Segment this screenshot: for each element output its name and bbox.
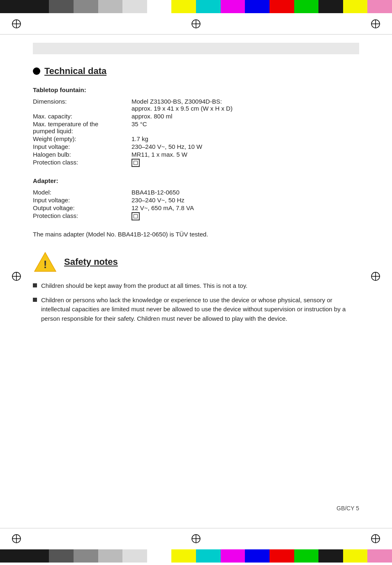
- reg-area-bottom: [0, 528, 392, 549]
- input-voltage-value: 230–240 V~, 50 Hz, 10 W: [131, 143, 359, 151]
- reg-mark-top-right: [371, 19, 380, 29]
- reg-mark-bottom-right: [371, 534, 380, 544]
- list-item: Children should be kept away from the pr…: [33, 281, 359, 291]
- safety-item-2-text: Children or persons who lack the knowled…: [41, 296, 359, 324]
- adapter-model-label: Model:: [33, 188, 131, 196]
- dimensions-label: Dimensions:: [33, 97, 131, 112]
- table-row: Model: BBA41B-12-0650: [33, 188, 359, 196]
- max-temp-label: Max. temperature of thepumped liquid:: [33, 120, 131, 135]
- tuv-text: The mains adapter (Model No. BBA41B-12-0…: [33, 231, 359, 238]
- adapter-model-value: BBA41B-12-0650: [131, 188, 359, 196]
- reg-mark-top-left: [12, 19, 21, 29]
- halogen-value: MR11, 1 x max. 5 W: [131, 151, 359, 158]
- protection-class-symbol-1: [131, 159, 140, 167]
- page-footer: GB/CY 5: [337, 505, 359, 512]
- max-capacity-label: Max. capacity:: [33, 112, 131, 120]
- reg-mark-top-center: [191, 19, 201, 29]
- color-bar-bottom: [0, 549, 392, 563]
- gray-header: [33, 43, 359, 54]
- main-content: Technical data Tabletop fountain: Dimens…: [0, 35, 392, 528]
- dimensions-value: Model Z31300-BS, Z30094D-BS:approx. 19 x…: [131, 97, 359, 112]
- table-row: Protection class:: [33, 158, 359, 167]
- adapter-input-voltage-value: 230–240 V~, 50 Hz: [131, 196, 359, 204]
- bullet-square-1: [33, 283, 37, 287]
- adapter-protection-label: Protection class:: [33, 212, 131, 221]
- halogen-label: Halogen bulb:: [33, 151, 131, 158]
- adapter-output-voltage-label: Output voltage:: [33, 204, 131, 212]
- adapter-protection-value: [131, 212, 359, 221]
- weight-label: Weight (empty):: [33, 135, 131, 143]
- tabletop-data-table: Dimensions: Model Z31300-BS, Z30094D-BS:…: [33, 97, 359, 167]
- svg-text:!: !: [44, 258, 47, 271]
- weight-value: 1.7 kg: [131, 135, 359, 143]
- warning-triangle-icon: !: [33, 251, 58, 273]
- adapter-subtitle: Adapter:: [33, 177, 359, 184]
- table-row: Dimensions: Model Z31300-BS, Z30094D-BS:…: [33, 97, 359, 112]
- table-row: Halogen bulb: MR11, 1 x max. 5 W: [33, 151, 359, 158]
- table-row: Max. capacity: approx. 800 ml: [33, 112, 359, 120]
- safety-header: ! Safety notes: [33, 251, 359, 273]
- protection-class-label: Protection class:: [33, 158, 131, 167]
- section-dot: [33, 67, 40, 75]
- safety-item-1-text: Children should be kept away from the pr…: [41, 281, 247, 291]
- table-row: Input voltage: 230–240 V~, 50 Hz: [33, 196, 359, 204]
- table-row: Output voltage: 12 V~, 650 mA, 7.8 VA: [33, 204, 359, 212]
- table-row: Max. temperature of thepumped liquid: 35…: [33, 120, 359, 135]
- safety-list: Children should be kept away from the pr…: [33, 281, 359, 323]
- reg-mark-bottom-left: [12, 534, 21, 544]
- safety-title: Safety notes: [64, 257, 118, 267]
- list-item: Children or persons who lack the knowled…: [33, 296, 359, 324]
- section-title-technical: Technical data: [33, 66, 359, 76]
- safety-section: ! Safety notes Children should be kept a…: [33, 251, 359, 323]
- adapter-input-voltage-label: Input voltage:: [33, 196, 131, 204]
- color-bar-top: [0, 0, 392, 13]
- table-row: Protection class:: [33, 212, 359, 221]
- reg-mark-bottom-center: [191, 534, 201, 544]
- table-row: Input voltage: 230–240 V~, 50 Hz, 10 W: [33, 143, 359, 151]
- bullet-square-2: [33, 298, 37, 302]
- input-voltage-label: Input voltage:: [33, 143, 131, 151]
- adapter-data-table: Model: BBA41B-12-0650 Input voltage: 230…: [33, 188, 359, 221]
- section-title-text: Technical data: [44, 66, 106, 76]
- protection-class-value: [131, 158, 359, 167]
- protection-class-symbol-2: [131, 212, 140, 220]
- max-temp-value: 35 °C: [131, 120, 359, 135]
- max-capacity-value: approx. 800 ml: [131, 112, 359, 120]
- table-row: Weight (empty): 1.7 kg: [33, 135, 359, 143]
- adapter-output-voltage-value: 12 V~, 650 mA, 7.8 VA: [131, 204, 359, 212]
- reg-area-top: [0, 13, 392, 35]
- tabletop-subtitle: Tabletop fountain:: [33, 86, 359, 93]
